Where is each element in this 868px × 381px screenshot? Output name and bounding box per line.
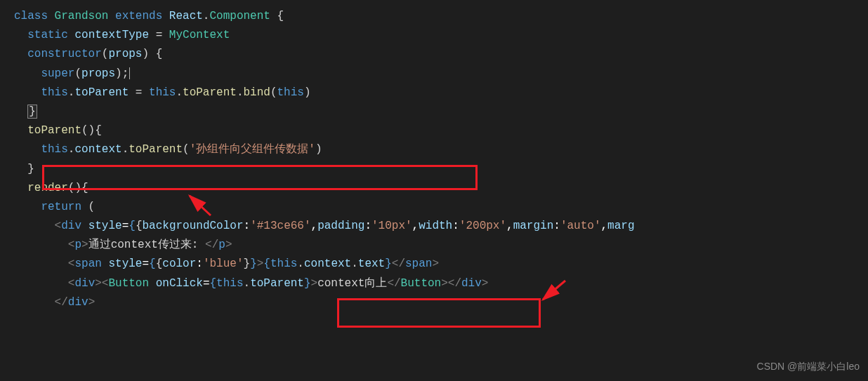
code-line: this.context.toParent('孙组件向父组件传数据') <box>14 140 868 159</box>
bracket-match: } <box>27 105 37 119</box>
code-line: static contextType = MyContext <box>14 26 868 45</box>
code-line: return ( <box>14 198 868 217</box>
code-line: super(props); <box>14 65 868 83</box>
code-line: render(){ <box>14 179 868 198</box>
watermark: CSDN @前端菜小白leo <box>757 359 860 375</box>
code-line: <div><Button onClick={this.toParent}>con… <box>14 274 868 293</box>
code-line: class Grandson extends React.Component { <box>14 7 868 26</box>
code-line: <div style={{backgroundColor:'#13ce66',p… <box>14 217 868 236</box>
code-line: this.toParent = this.toParent.bind(this) <box>14 83 868 102</box>
code-editor[interactable]: class Grandson extends React.Component {… <box>14 7 868 312</box>
code-line: </div> <box>14 293 868 312</box>
code-line: } <box>14 160 868 179</box>
code-line: toParent(){ <box>14 121 868 140</box>
text-cursor <box>129 67 130 80</box>
code-line: } <box>14 102 868 121</box>
code-line: <p>通过context传过来: </p> <box>14 236 868 255</box>
code-line: constructor(props) { <box>14 45 868 64</box>
code-line: <span style={{color:'blue'}}>{this.conte… <box>14 255 868 274</box>
